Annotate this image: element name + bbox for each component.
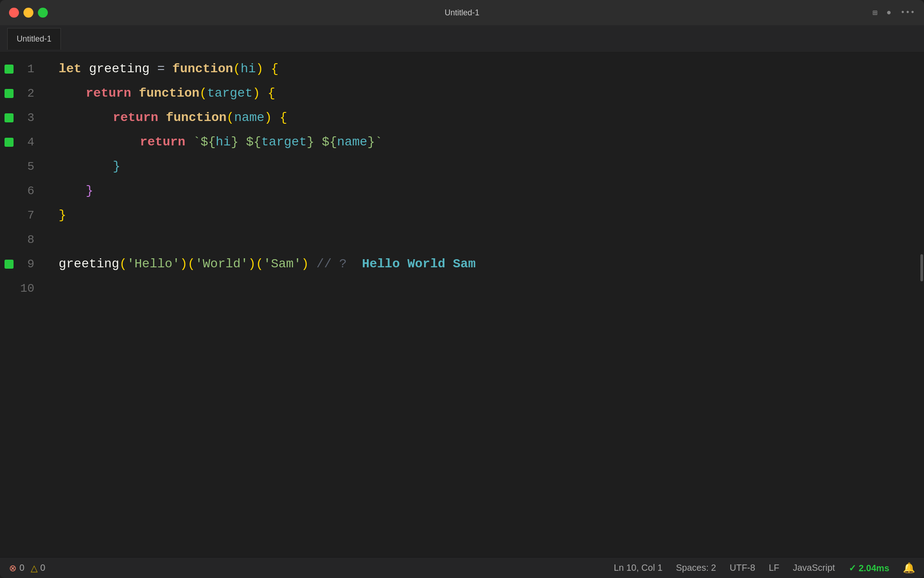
table-row: 7 } bbox=[0, 203, 918, 228]
window-controls bbox=[9, 8, 48, 18]
notification-icon[interactable]: 🔔 bbox=[903, 562, 915, 574]
editor-container: 1 let greeting = function(hi) { 2 return… bbox=[0, 52, 924, 557]
line-gutter-7: 7 bbox=[5, 203, 45, 228]
breakpoint-9[interactable] bbox=[5, 260, 14, 269]
encoding[interactable]: UTF-8 bbox=[730, 563, 755, 573]
table-row: 9 greeting('Hello')('World')('Sam') // ?… bbox=[0, 252, 918, 276]
line-gutter-9: 9 bbox=[5, 252, 45, 276]
line-number-2: 2 bbox=[18, 81, 34, 106]
table-row: 10 bbox=[0, 276, 918, 301]
line-gutter-1: 1 bbox=[5, 57, 45, 81]
editor-main[interactable]: 1 let greeting = function(hi) { 2 return… bbox=[0, 52, 918, 557]
tab-untitled[interactable]: Untitled-1 bbox=[7, 28, 61, 50]
line-number-1: 1 bbox=[18, 57, 34, 81]
table-row: 3 return function(name) { bbox=[0, 106, 918, 130]
line-number-9: 9 bbox=[18, 252, 34, 276]
no-breakpoint-5 bbox=[5, 162, 14, 171]
maximize-button[interactable] bbox=[38, 8, 48, 18]
line-content-9: greeting('Hello')('World')('Sam') // ? H… bbox=[45, 252, 913, 276]
no-breakpoint-6 bbox=[5, 186, 14, 196]
line-content-2: return function(target) { bbox=[72, 81, 913, 106]
table-row: 1 let greeting = function(hi) { bbox=[0, 57, 918, 81]
line-content-5: } bbox=[99, 154, 913, 179]
cursor-position[interactable]: Ln 10, Col 1 bbox=[614, 563, 662, 573]
line-number-8: 8 bbox=[18, 228, 34, 252]
quill-timing: ✓ 2.04ms bbox=[849, 563, 889, 573]
no-breakpoint-10 bbox=[5, 284, 14, 293]
error-count: 0 bbox=[19, 563, 24, 573]
line-number-10: 10 bbox=[18, 276, 34, 301]
no-breakpoint-7 bbox=[5, 211, 14, 220]
status-right: Ln 10, Col 1 Spaces: 2 UTF-8 LF JavaScri… bbox=[614, 562, 915, 574]
no-breakpoint-8 bbox=[5, 235, 14, 244]
window-title: Untitled-1 bbox=[444, 8, 479, 18]
line-gutter-8: 8 bbox=[5, 228, 45, 252]
scrollbar-thumb[interactable] bbox=[920, 254, 923, 281]
line-content-4: return `${hi} ${target} ${name}` bbox=[126, 130, 913, 154]
line-gutter-5: 5 bbox=[5, 154, 45, 179]
line-content-6: } bbox=[72, 179, 913, 203]
line-ending[interactable]: LF bbox=[769, 563, 779, 573]
line-gutter-4: 4 bbox=[5, 130, 45, 154]
split-editor-icon[interactable]: ⊞ bbox=[873, 8, 878, 18]
breakpoint-3[interactable] bbox=[5, 113, 14, 122]
line-gutter-3: 3 bbox=[5, 106, 45, 130]
warn-icon: △ bbox=[31, 563, 37, 573]
error-icon: ⊗ bbox=[9, 563, 17, 573]
more-options-icon[interactable]: ••• bbox=[901, 8, 915, 17]
statusbar: ⊗ 0 △ 0 Ln 10, Col 1 Spaces: 2 UTF-8 LF … bbox=[0, 557, 924, 578]
table-row: 5 } bbox=[0, 154, 918, 179]
line-number-3: 3 bbox=[18, 106, 34, 130]
line-number-5: 5 bbox=[18, 154, 34, 179]
line-gutter-6: 6 bbox=[5, 179, 45, 203]
line-content-1: let greeting = function(hi) { bbox=[45, 57, 913, 81]
tab-label: Untitled-1 bbox=[17, 34, 51, 44]
table-row: 4 return `${hi} ${target} ${name}` bbox=[0, 130, 918, 154]
titlebar: Untitled-1 ⊞ ● ••• bbox=[0, 0, 924, 25]
scrollbar[interactable] bbox=[918, 52, 924, 557]
table-row: 8 bbox=[0, 228, 918, 252]
table-row: 6 } bbox=[0, 179, 918, 203]
line-gutter-2: 2 bbox=[5, 81, 45, 106]
line-content-7: } bbox=[45, 203, 913, 228]
line-number-6: 6 bbox=[18, 179, 34, 203]
editor-window: Untitled-1 ⊞ ● ••• Untitled-1 1 let gree… bbox=[0, 0, 924, 578]
breakpoint-2[interactable] bbox=[5, 89, 14, 98]
language-mode[interactable]: JavaScript bbox=[793, 563, 835, 573]
close-button[interactable] bbox=[9, 8, 19, 18]
minimize-button[interactable] bbox=[23, 8, 33, 18]
line-number-4: 4 bbox=[18, 130, 34, 154]
code-lines: 1 let greeting = function(hi) { 2 return… bbox=[0, 57, 918, 301]
table-row: 2 return function(target) { bbox=[0, 81, 918, 106]
tabbar: Untitled-1 bbox=[0, 25, 924, 52]
line-content-3: return function(name) { bbox=[99, 106, 913, 130]
titlebar-actions: ⊞ ● ••• bbox=[873, 8, 915, 18]
breakpoint-1[interactable] bbox=[5, 65, 14, 74]
warn-count: 0 bbox=[40, 563, 45, 573]
status-errors[interactable]: ⊗ 0 △ 0 bbox=[9, 563, 45, 573]
line-number-7: 7 bbox=[18, 203, 34, 228]
indentation[interactable]: Spaces: 2 bbox=[676, 563, 716, 573]
breakpoint-4[interactable] bbox=[5, 138, 14, 147]
line-gutter-10: 10 bbox=[5, 276, 45, 301]
circle-icon[interactable]: ● bbox=[887, 8, 892, 17]
